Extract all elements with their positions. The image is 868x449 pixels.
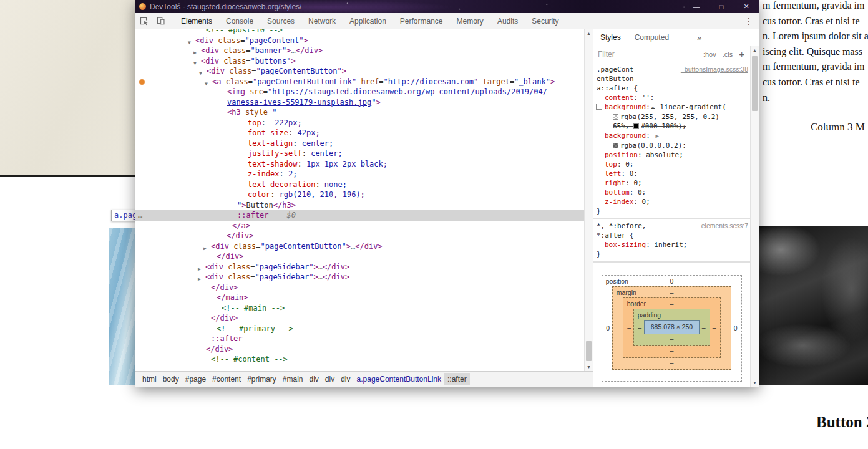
crumb--main[interactable]: #main: [280, 373, 306, 385]
tab-sources[interactable]: Sources: [260, 13, 301, 29]
tree-row[interactable]: ▶<div class="pageSidebar">…</div>: [135, 262, 584, 273]
elements-scrollbar-thumb[interactable]: [586, 341, 592, 361]
styles-content: :hov .cls + _buttonsImage.scss:38.pageCo…: [593, 46, 750, 387]
tree-row[interactable]: </div>: [135, 251, 584, 262]
page-paragraph-text: m fermentum, gravida imcus tortor. Cras …: [763, 0, 868, 105]
tree-row[interactable]: </div>: [135, 282, 584, 293]
page-divider: [0, 175, 135, 177]
tree-row[interactable]: ▶<div class="pageSidebar">…</div>: [135, 272, 584, 282]
scroll-up-icon[interactable]: ▲: [585, 31, 593, 36]
tree-row[interactable]: </div>: [135, 344, 584, 355]
scroll-down-icon[interactable]: ▼: [751, 380, 759, 385]
stylesheet-link[interactable]: _buttonsImage.scss:38: [681, 65, 748, 74]
tree-row[interactable]: </a>: [135, 221, 584, 231]
page-text-line: m fermentum, gravida im: [763, 59, 868, 75]
tree-row[interactable]: </div>: [135, 313, 584, 324]
scroll-down-icon[interactable]: ▼: [585, 365, 593, 369]
tab-application[interactable]: Application: [343, 13, 393, 29]
tree-row[interactable]: text-align: center;: [135, 138, 584, 149]
device-toolbar-icon[interactable]: [152, 13, 169, 29]
checker-color-swatch[interactable]: [613, 114, 618, 120]
tree-row[interactable]: justify-self: center;: [135, 148, 584, 159]
tab-console[interactable]: Console: [219, 13, 260, 29]
tree-row[interactable]: font-size: 42px;: [135, 128, 584, 138]
tab-memory[interactable]: Memory: [450, 13, 490, 29]
tree-row[interactable]: <!-- #main -->: [135, 303, 584, 314]
crumb--primary[interactable]: #primary: [244, 373, 280, 385]
tab-security[interactable]: Security: [525, 13, 565, 29]
property-checkbox[interactable]: [596, 104, 602, 110]
tree-row[interactable]: top: -222px;: [135, 118, 584, 128]
kebab-menu-icon[interactable]: ⋮: [739, 16, 759, 26]
tree-row[interactable]: ▼<a class="pageContentButtonLink" href="…: [135, 77, 584, 87]
elements-panel: <!-- #post-10 -->▼<div class="pageConten…: [135, 29, 593, 387]
page-text-line: cus tortor. Cras et nisi te: [763, 14, 868, 29]
tree-row[interactable]: </main>: [135, 292, 584, 303]
row-overflow-dots[interactable]: …: [138, 210, 142, 221]
styles-filter-input[interactable]: [598, 50, 700, 59]
crumb-html[interactable]: html: [139, 373, 160, 385]
box-model-position[interactable]: position00margin––border––padding––685.0…: [602, 275, 742, 382]
maximize-button[interactable]: □: [709, 0, 734, 13]
crumb-div[interactable]: div: [338, 373, 353, 385]
breadcrumb: htmlbody#page#content#primary#maindivdiv…: [135, 371, 593, 387]
tree-row[interactable]: ▼<div class="pageContent">: [135, 36, 584, 46]
tree-row[interactable]: text-shadow: 1px 1px 2px black;: [135, 159, 584, 170]
tree-row[interactable]: ::after: [135, 334, 584, 344]
crumb--page[interactable]: #page: [182, 373, 209, 385]
styles-scrollbar-thumb[interactable]: [752, 56, 758, 111]
page-button-text: Button 2: [816, 413, 868, 431]
minimize-button[interactable]: —: [684, 0, 709, 13]
tree-row[interactable]: color: rgb(210, 210, 196);: [135, 190, 584, 200]
tree-row[interactable]: <img src="https://staugsted.diocesanweb.…: [135, 87, 584, 97]
stylesheet-link[interactable]: _elements.scss:7: [698, 221, 748, 231]
tree-row[interactable]: ▶<div class="pageContentButton">…</div>: [135, 241, 584, 252]
more-tabs-icon[interactable]: »: [697, 33, 701, 42]
element-classes-button[interactable]: .cls: [719, 51, 736, 58]
tree-row[interactable]: <h3 style=": [135, 107, 584, 118]
tree-row[interactable]: ▶<div class="banner">…</div>: [135, 46, 584, 56]
window-title: DevTools - staugsted.diocesanweb.org/sty…: [150, 2, 301, 11]
crumb--content[interactable]: #content: [209, 373, 244, 385]
box-model-margin[interactable]: margin––border––padding––685.078 × 250––…: [612, 286, 731, 370]
dark-color-swatch[interactable]: [613, 143, 618, 148]
box-model-padding[interactable]: padding––685.078 × 250––: [633, 309, 710, 346]
scroll-up-icon[interactable]: ▲: [751, 48, 759, 52]
tree-row[interactable]: <!-- #post-10 -->: [135, 29, 584, 36]
tab-network[interactable]: Network: [301, 13, 343, 29]
column-heading: Column 3 M: [811, 121, 865, 133]
tree-row[interactable]: </div>: [135, 231, 584, 241]
elements-tree: <!-- #post-10 -->▼<div class="pageConten…: [135, 29, 584, 371]
box-model-border[interactable]: border––padding––685.078 × 250––––: [623, 297, 721, 358]
crumb-div[interactable]: div: [322, 373, 338, 385]
elements-scrollbar[interactable]: ▲ ▼: [584, 29, 593, 371]
styles-tab-computed[interactable]: Computed: [628, 33, 676, 42]
styles-tab-styles[interactable]: Styles: [593, 33, 628, 42]
tab-audits[interactable]: Audits: [490, 13, 525, 29]
crumb-body[interactable]: body: [160, 373, 182, 385]
page-text-line: m fermentum, gravida im: [763, 0, 868, 14]
toggle-element-state-button[interactable]: :hov: [700, 51, 719, 58]
page-text-line: n.: [763, 90, 868, 106]
tab-performance[interactable]: Performance: [393, 13, 450, 29]
tree-row[interactable]: …::after == $0: [135, 210, 584, 221]
crumb-a-pageContentButtonLink[interactable]: a.pageContentButtonLink: [354, 373, 444, 385]
tree-row[interactable]: text-decoration: none;: [135, 180, 584, 190]
tab-elements[interactable]: Elements: [174, 13, 219, 29]
tree-row[interactable]: ▼<div class="pageContentButton">: [135, 66, 584, 77]
crumb--after[interactable]: ::after: [444, 373, 470, 385]
tree-row[interactable]: ▼<div class="buttons">: [135, 56, 584, 67]
new-style-rule-button[interactable]: +: [736, 49, 746, 59]
titlebar[interactable]: DevTools - staugsted.diocesanweb.org/sty…: [135, 0, 759, 13]
styles-scrollbar[interactable]: ▲ ▼: [750, 46, 759, 387]
box-model-content[interactable]: 685.078 × 250: [644, 320, 700, 334]
tree-row[interactable]: <!-- #content -->: [135, 354, 584, 365]
close-button[interactable]: ✕: [734, 0, 759, 13]
crumb-div[interactable]: div: [306, 373, 322, 385]
black-color-swatch[interactable]: [633, 123, 639, 129]
tree-row[interactable]: z-index: 2;: [135, 169, 584, 180]
tree-row[interactable]: <!-- #primary -->: [135, 324, 584, 334]
tree-row[interactable]: ">Button</h3>: [135, 200, 584, 211]
inspect-element-icon[interactable]: [135, 13, 152, 29]
tree-row[interactable]: vanessa-ives-559179-unsplash.jpg">: [135, 97, 584, 108]
